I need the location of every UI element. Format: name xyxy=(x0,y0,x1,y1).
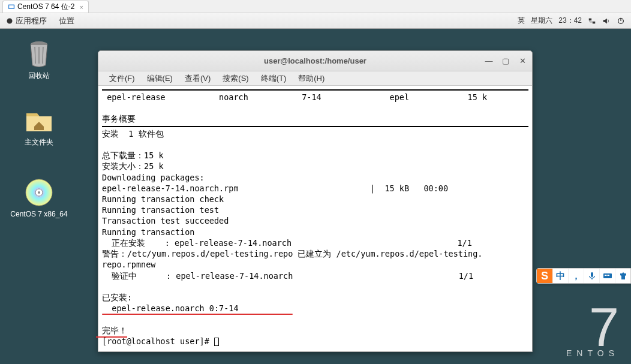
activities-button[interactable]: 应用程序 xyxy=(0,13,53,29)
places-label: 位置 xyxy=(59,16,74,26)
svg-rect-17 xyxy=(605,275,606,276)
ime-logo-icon[interactable]: S xyxy=(537,269,552,283)
centos-watermark: 7 ENTOS xyxy=(566,306,619,358)
centos-7-glyph: 7 xyxy=(566,306,619,348)
download-total: 总下载量：15 k xyxy=(102,151,164,160)
warning-line-2: repo.rpmnew xyxy=(102,260,155,269)
apps-label: 应用程序 xyxy=(16,16,47,26)
svg-point-2 xyxy=(7,18,13,23)
menu-help[interactable]: 帮助(H) xyxy=(292,72,330,85)
gnome-foot-icon xyxy=(6,17,13,25)
close-button[interactable]: ✕ xyxy=(516,55,528,67)
menu-terminal[interactable]: 终端(T) xyxy=(255,72,293,85)
terminal-output[interactable]: epel-release noarch 7-14 epel 15 k 事务概要 … xyxy=(98,86,532,351)
ime-skin-icon[interactable] xyxy=(615,269,630,283)
time-label: 23：42 xyxy=(558,16,582,26)
power-icon[interactable] xyxy=(617,17,625,25)
rt-run: Running transaction xyxy=(102,227,194,237)
trash-label: 回收站 xyxy=(28,71,50,81)
ime-zh-toggle[interactable]: 中 xyxy=(552,269,568,283)
network-icon[interactable] xyxy=(588,17,596,25)
warning-line: 警告：/etc/yum.repos.d/epel-testing.repo 已建… xyxy=(102,249,482,258)
terminal-window: user@localhost:/home/user — ▢ ✕ 文件(F) 编辑… xyxy=(98,50,533,352)
downloading: Downloading packages: xyxy=(102,173,205,182)
places-menu[interactable]: 位置 xyxy=(53,13,80,29)
home-label: 主文件夹 xyxy=(25,137,53,148)
gnome-top-bar: 应用程序 位置 英 星期六 23：42 xyxy=(0,13,631,29)
installed-header: 已安装: xyxy=(102,293,132,302)
desktop: 应用程序 位置 英 星期六 23：42 回收站 主文件夹 CentOS 7 x8… xyxy=(0,13,631,364)
svg-rect-15 xyxy=(591,272,593,277)
terminal-cursor xyxy=(214,338,219,346)
input-method-indicator[interactable]: 英 xyxy=(518,16,525,26)
vm-tab-label: CentOS 7 64 位-2 xyxy=(17,2,74,12)
pkg-header: epel-release noarch 7-14 epel 15 k xyxy=(102,92,487,102)
ime-voice-icon[interactable] xyxy=(584,269,599,283)
terminal-menubar: 文件(F) 编辑(E) 查看(V) 搜索(S) 终端(T) 帮助(H) xyxy=(98,71,532,86)
menu-search[interactable]: 搜索(S) xyxy=(217,72,254,85)
disc-icon[interactable]: CentOS 7 x86_64 xyxy=(0,170,78,223)
prompt: [root@localhost user]# xyxy=(102,336,214,346)
vm-tab[interactable]: CentOS 7 64 位-2 × xyxy=(2,1,89,13)
ime-punct-toggle[interactable]: ， xyxy=(568,269,584,283)
menu-view[interactable]: 查看(V) xyxy=(179,72,217,85)
done-line: 完毕！ xyxy=(102,325,127,336)
svg-rect-19 xyxy=(608,275,609,276)
svg-rect-4 xyxy=(593,21,595,23)
disc-label: CentOS 7 x86_64 xyxy=(10,210,67,218)
install-size: 安装大小：25 k xyxy=(102,161,164,171)
ime-toolbar[interactable]: S 中 ， xyxy=(536,268,631,284)
svg-rect-3 xyxy=(589,18,591,20)
vm-icon xyxy=(8,4,15,11)
rt-check: Running transaction check xyxy=(102,194,224,204)
volume-icon[interactable] xyxy=(602,17,611,25)
terminal-title: user@localhost:/home/user xyxy=(264,56,366,65)
menu-file[interactable]: 文件(F) xyxy=(103,72,141,85)
cd-icon xyxy=(24,178,54,207)
svg-point-14 xyxy=(38,191,40,194)
centos-label: ENTOS xyxy=(566,348,619,358)
day-label: 星期六 xyxy=(531,16,552,26)
rt-test: Running transaction test xyxy=(102,205,219,215)
rpm-line: epel-release-7-14.noarch.rpm | 15 kB 00:… xyxy=(102,183,448,193)
ime-keyboard-icon[interactable] xyxy=(599,269,615,283)
installed-package: epel-release.noarch 0:7-14 xyxy=(102,303,239,314)
tt-succeed: Transaction test succeeded xyxy=(102,216,229,225)
trash-bin-icon xyxy=(24,38,54,68)
summary-header: 事务概要 xyxy=(102,114,136,124)
menu-edit[interactable]: 编辑(E) xyxy=(141,72,179,85)
home-folder-icon[interactable]: 主文件夹 xyxy=(0,98,78,152)
vm-tab-close[interactable]: × xyxy=(79,4,83,11)
minimize-button[interactable]: — xyxy=(483,55,495,67)
install-count: 安装 1 软件包 xyxy=(102,129,164,139)
installing-line: 正在安装 : epel-release-7-14.noarch 1/1 xyxy=(102,238,472,248)
svg-rect-1 xyxy=(9,5,14,8)
svg-rect-18 xyxy=(606,275,608,276)
maximize-button[interactable]: ▢ xyxy=(500,55,512,67)
terminal-titlebar[interactable]: user@localhost:/home/user — ▢ ✕ xyxy=(98,51,532,71)
folder-home-icon xyxy=(24,105,54,135)
vm-tab-bar: CentOS 7 64 位-2 × xyxy=(0,0,631,13)
verifying-line: 验证中 : epel-release-7-14.noarch 1/1 xyxy=(102,271,473,281)
desktop-icons: 回收站 主文件夹 CentOS 7 x86_64 xyxy=(0,31,90,223)
trash-icon[interactable]: 回收站 xyxy=(0,31,78,86)
